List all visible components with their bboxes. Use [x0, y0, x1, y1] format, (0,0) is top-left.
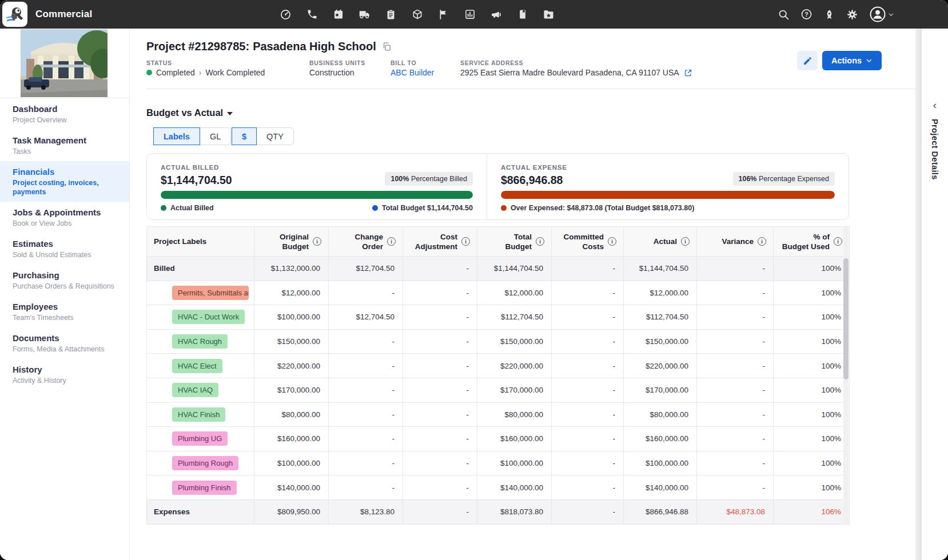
sidebar-item-subtitle: Purchase Orders & Requisitions [13, 282, 124, 291]
budget-used-cell: 100% [774, 305, 850, 330]
phone-icon[interactable] [306, 9, 318, 21]
row-label-cell: HVAC Finish [147, 402, 254, 427]
actual-cell: $160,000.00 [624, 427, 697, 451]
column-header: Variance [697, 227, 774, 257]
reports-chart-icon[interactable] [464, 9, 476, 21]
help-icon[interactable]: ? [800, 9, 812, 21]
toggle-button[interactable]: QTY [256, 127, 294, 145]
cost-adjustment-cell: - [403, 475, 477, 500]
actual-cell: $1,144,704.50 [624, 257, 697, 281]
toggle-button[interactable]: $ [232, 127, 257, 145]
sidebar-item-title: History [13, 364, 124, 375]
info-icon[interactable] [313, 237, 321, 246]
legend-actual-billed: Actual Billed [161, 204, 214, 212]
section-title-dropdown[interactable]: Budget vs Actual [146, 107, 233, 118]
pricebook-icon[interactable] [516, 9, 528, 21]
edit-project-button[interactable] [797, 51, 818, 70]
projects-folder-icon[interactable] [543, 9, 555, 21]
search-icon[interactable] [778, 9, 790, 21]
original-budget-cell: $1,132,000.00 [254, 257, 329, 281]
variance-cell: - [697, 475, 774, 500]
svg-text:?: ? [804, 11, 808, 18]
sidebar-item[interactable]: History Activity & History [0, 359, 129, 390]
table-row[interactable]: HVAC IAQ $170,000.00 - - $170,000.00 - $… [147, 378, 850, 402]
project-sidebar: Dashboard Project Overview Task Manageme… [0, 29, 130, 560]
inventory-cube-icon[interactable] [411, 9, 423, 21]
table-row[interactable]: HVAC Finish $80,000.00 - - $80,000.00 - … [147, 402, 850, 427]
label-chip[interactable]: Permits, Submittals an [172, 286, 249, 300]
column-header: Change Order [329, 227, 403, 257]
cost-adjustment-cell: - [403, 329, 477, 354]
unit-toggle-group: $QTY [232, 127, 294, 145]
table-row[interactable]: Expenses $809,950.00 $8,123.80 - $818,07… [147, 499, 850, 524]
info-icon[interactable] [758, 237, 766, 246]
change-order-cell: - [329, 281, 403, 305]
actual-billed-label: ACTUAL BILLED [161, 164, 473, 171]
actions-button[interactable]: Actions [822, 51, 882, 70]
actual-cell: $140,000.00 [624, 475, 697, 500]
info-icon[interactable] [834, 237, 842, 246]
sidebar-item[interactable]: Financials Project costing, invoices, pa… [0, 161, 129, 202]
table-row[interactable]: HVAC Rough $150,000.00 - - $150,000.00 -… [147, 329, 850, 354]
table-row[interactable]: HVAC Elect $220,000.00 - - $220,000.00 -… [147, 354, 850, 378]
variance-cell: - [697, 329, 774, 354]
label-chip[interactable]: Plumbing UG [172, 431, 228, 446]
label-chip[interactable]: HVAC - Duct Work [172, 310, 245, 324]
info-icon[interactable] [681, 237, 690, 246]
settings-gear-icon[interactable] [846, 9, 858, 21]
bill-to-link[interactable]: ABC Builder [391, 68, 434, 77]
table-row[interactable]: HVAC - Duct Work $100,000.00 $12,704.50 … [147, 305, 850, 330]
info-icon[interactable] [387, 237, 396, 246]
committed-costs-cell: - [552, 354, 624, 378]
table-row[interactable]: Billed $1,132,000.00 $12,704.50 - $1,144… [147, 257, 850, 281]
change-order-cell: $12,704.50 [329, 257, 403, 281]
info-icon[interactable] [461, 237, 470, 246]
variance-cell: - [697, 281, 774, 305]
billed-legend: Actual Billed Total Budget $1,144,704.50 [161, 204, 473, 212]
actual-expense-label: ACTUAL EXPENSE [501, 164, 835, 171]
actual-expense-pane: ACTUAL EXPENSE $866,946.88 106% Percenta… [487, 154, 849, 219]
expand-panel-chevron-icon[interactable]: ‹ [933, 99, 937, 110]
green-dot-icon [161, 205, 166, 211]
whats-new-rocket-icon[interactable] [823, 9, 835, 21]
project-details-panel[interactable]: ‹ Project Details [921, 29, 948, 560]
dashboard-icon[interactable] [280, 9, 292, 21]
external-link-icon[interactable] [684, 69, 692, 77]
marketing-megaphone-icon[interactable] [490, 9, 502, 21]
chevron-down-icon [888, 11, 894, 18]
info-icon[interactable] [536, 237, 544, 246]
label-chip[interactable]: Plumbing Rough [172, 456, 238, 470]
table-row[interactable]: Plumbing Finish $140,000.00 - - $140,000… [147, 475, 850, 500]
company-logo[interactable] [2, 2, 27, 27]
percentage-expensed-badge: 106% Percentage Expensed [733, 172, 835, 186]
follow-ups-flag-icon[interactable] [437, 9, 449, 21]
label-chip[interactable]: Plumbing Finish [172, 481, 237, 495]
toggle-button[interactable]: Labels [153, 127, 200, 145]
invoices-clipboard-icon[interactable] [385, 9, 397, 21]
table-scrollbar-thumb[interactable] [843, 258, 849, 379]
sidebar-item[interactable]: Dashboard Project Overview [0, 98, 129, 130]
sidebar-item[interactable]: Employees Team's Timesheets [0, 296, 129, 327]
label-chip[interactable]: HVAC Rough [172, 334, 228, 349]
total-budget-cell: $220,000.00 [477, 354, 552, 378]
sidebar-item[interactable]: Task Management Tasks [0, 130, 129, 161]
label-chip[interactable]: HVAC Elect [172, 359, 222, 373]
sidebar-item[interactable]: Documents Forms, Media & Attachments [0, 327, 129, 359]
table-row[interactable]: Permits, Submittals an $12,000.00 - - $1… [147, 281, 850, 305]
change-order-cell: - [329, 427, 403, 451]
toggle-button[interactable]: GL [200, 127, 231, 145]
sidebar-item[interactable]: Jobs & Appointments Book or View Jobs [0, 202, 129, 233]
sidebar-item[interactable]: Purchasing Purchase Orders & Requisition… [0, 265, 129, 296]
dispatch-truck-icon[interactable] [359, 9, 371, 21]
row-label: Expenses [154, 507, 190, 516]
label-chip[interactable]: HVAC IAQ [172, 383, 218, 397]
calendar-icon[interactable] [332, 9, 344, 21]
copy-icon[interactable] [382, 42, 392, 54]
table-row[interactable]: Plumbing Rough $100,000.00 - - $100,000.… [147, 451, 850, 475]
sidebar-item[interactable]: Estimates Sold & Unsold Estimates [0, 233, 129, 265]
info-icon[interactable] [608, 237, 616, 246]
account-menu[interactable] [869, 6, 894, 23]
cost-adjustment-cell: - [403, 499, 477, 524]
table-row[interactable]: Plumbing UG $160,000.00 - - $160,000.00 … [147, 427, 850, 451]
label-chip[interactable]: HVAC Finish [172, 407, 225, 422]
